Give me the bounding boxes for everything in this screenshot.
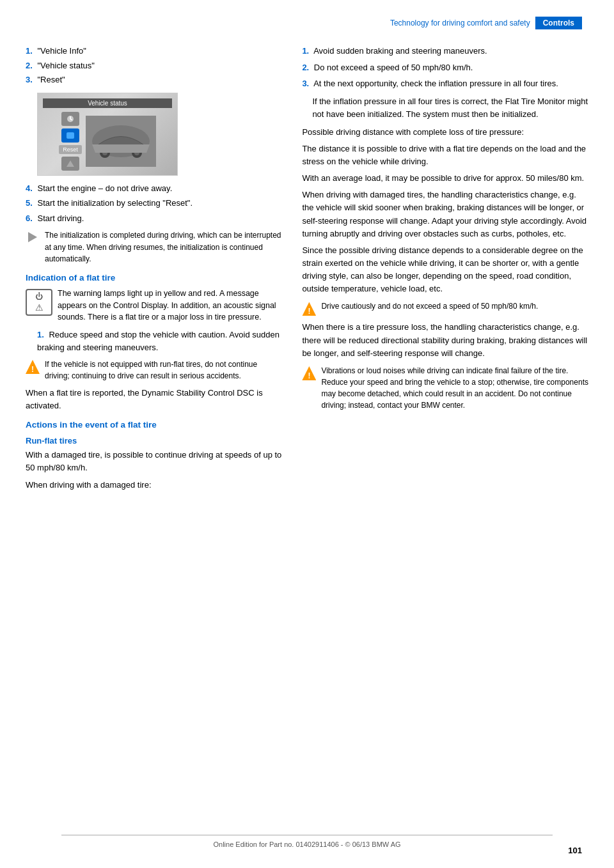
right-step-1-text: Avoid sudden braking and steering maneuv… (313, 46, 487, 56)
list-text-2: "Vehicle status" (37, 61, 94, 70)
average-load: With an average load, it may be possible… (302, 172, 588, 185)
svg-rect-1 (67, 132, 74, 139)
right-step-1: 1. Avoid sudden braking and steering man… (302, 45, 588, 58)
vehicle-status-image: Vehicle status Reset (37, 93, 178, 176)
list-text-3: "Reset" (37, 75, 65, 84)
icon-group: Reset (59, 112, 82, 171)
distance-heading: Possible driving distance with complete … (302, 126, 588, 139)
indicator-text: The warning lamps light up in yellow and… (58, 288, 283, 323)
warning-lamp-icon: ⏻ ⚠ (26, 289, 52, 316)
warning1-box: If the vehicle is not equipped with run-… (26, 359, 283, 382)
step-6-text: Start driving. (37, 213, 84, 223)
initialization-note: The initialization is completed during d… (26, 229, 283, 265)
play-icon-note (26, 229, 40, 244)
icon-2 (61, 128, 79, 143)
initial-list: 1. "Vehicle Info" 2. "Vehicle status" 3.… (26, 45, 283, 86)
note-text: The initialization is completed during d… (45, 229, 283, 265)
when-driving: When driving with a damaged tire: (26, 479, 283, 492)
list-item-2: 2. "Vehicle status" (26, 59, 283, 72)
step-4-text: Start the engine – do not drive away. (37, 183, 172, 193)
dsc-note: When a flat tire is reported, the Dynami… (26, 387, 283, 412)
col-left: 1. "Vehicle Info" 2. "Vehicle status" 3.… (26, 45, 295, 495)
step-reduce-text: Reduce speed and stop the vehicle with c… (37, 330, 279, 352)
header-bar: Technology for driving comfort and safet… (0, 13, 614, 33)
image-content: Reset (59, 112, 156, 171)
indicator-row: ⏻ ⚠ The warning lamps light up in yellow… (26, 288, 283, 323)
pressure-loss: When there is a tire pressure loss, the … (302, 321, 588, 359)
run-flat-heading: Run-flat tires (26, 436, 283, 446)
warning-icon-1 (26, 360, 40, 374)
distance-text: The distance it is possible to drive wit… (302, 143, 588, 168)
warning-icon-3 (302, 366, 316, 380)
car-image (86, 116, 156, 167)
step-reduce-speed: 1. Reduce speed and stop the vehicle wit… (26, 329, 283, 353)
right-steps-1-3: 1. Avoid sudden braking and steering man… (302, 45, 588, 90)
icon-1 (61, 112, 79, 126)
list-text-1: "Vehicle Info" (37, 46, 86, 56)
step-5: 5. Start the initialization by selecting… (26, 197, 283, 210)
warning3-box: Vibrations or loud noises while driving … (302, 365, 588, 411)
step-4: 4. Start the engine – do not drive away. (26, 182, 283, 195)
list-num-3: 3. (26, 75, 33, 84)
right-step-2: 2. Do not exceed a speed of 50 mph/80 km… (302, 61, 588, 74)
footer-divider: Online Edition for Part no. 01402911406 … (61, 835, 553, 849)
bottom-icon: ⚠ (35, 302, 43, 313)
step-reduce: 1. Reduce speed and stop the vehicle wit… (26, 329, 283, 353)
distance-depends: Since the possible driving distance depe… (302, 244, 588, 296)
reset-btn: Reset (59, 145, 82, 154)
col-right: 1. Avoid sudden braking and steering man… (295, 45, 588, 495)
list-num-1: 1. (26, 46, 33, 56)
inflation-note: If the inflation pressure in all four ti… (312, 95, 588, 121)
header-badge: Controls (535, 17, 582, 29)
warning-icon-2 (302, 302, 316, 316)
handling-text: When driving with damaged tires, the han… (302, 189, 588, 240)
step-5-text: Start the initialization by selecting "R… (37, 198, 193, 208)
icon-3 (61, 157, 79, 171)
header-title: Technology for driving comfort and safet… (390, 19, 530, 27)
image-title-bar: Vehicle status (43, 98, 172, 108)
right-step-3: 3. At the next opportunity, check the in… (302, 77, 588, 90)
steps-4-6: 4. Start the engine – do not drive away.… (26, 182, 283, 225)
warning2-text: Drive cautiously and do not exceed a spe… (321, 300, 538, 312)
list-num-2: 2. (26, 61, 33, 70)
warning2-box: Drive cautiously and do not exceed a spe… (302, 300, 588, 316)
warning1-text: If the vehicle is not equipped with run-… (45, 359, 283, 382)
two-col-layout: 1. "Vehicle Info" 2. "Vehicle status" 3.… (0, 45, 614, 495)
page-container: Technology for driving comfort and safet… (0, 0, 614, 868)
list-item-3: 3. "Reset" (26, 74, 283, 86)
top-icon: ⏻ (35, 292, 43, 301)
right-step-2-text: Do not exceed a speed of 50 mph/80 km/h. (314, 63, 473, 72)
actions-heading: Actions in the event of a flat tire (26, 420, 283, 430)
footer-text: Online Edition for Part no. 01402911406 … (213, 841, 400, 848)
footer-area: Online Edition for Part no. 01402911406 … (0, 835, 614, 849)
list-item-1: 1. "Vehicle Info" (26, 45, 283, 58)
step-6: 6. Start driving. (26, 212, 283, 225)
right-step-3-text: At the next opportunity, check the infla… (313, 79, 558, 88)
warning3-text: Vibrations or loud noises while driving … (321, 365, 588, 411)
run-flat-intro: With a damaged tire, is possible to cont… (26, 449, 283, 474)
image-box-inner: Vehicle status Reset (38, 93, 177, 175)
flat-tire-heading: Indication of a flat tire (26, 273, 283, 283)
page-number: 101 (568, 846, 582, 855)
play-icon (28, 232, 37, 242)
